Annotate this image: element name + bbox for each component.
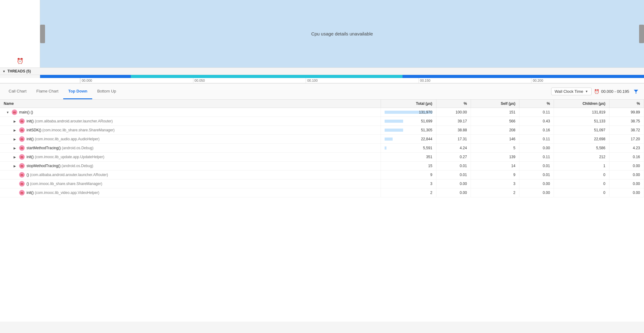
cell-children-pct: 4.23 — [609, 144, 644, 153]
method-name: main() () — [19, 110, 33, 114]
cell-children-pct: 38.72 — [609, 126, 644, 135]
method-name: () (com.alibaba.android.arouter.launcher… — [27, 173, 108, 177]
cell-children: 212 — [554, 153, 609, 162]
tab-controls: Wall Clock Time ▼ ⏰ 00.000 - 00.195 — [551, 87, 640, 96]
table-row[interactable]: m () (com.alibaba.android.arouter.launch… — [0, 171, 644, 179]
ruler-sidebar-spacer — [40, 78, 80, 83]
cell-self-pct: 0.11 — [519, 153, 554, 162]
method-name: initSDK() (com.imooc.lib_share.share.Sha… — [27, 128, 114, 132]
expand-arrow[interactable]: ▶ — [14, 155, 17, 159]
tab-bar: Call Chart Flame Chart Top Down Bottom U… — [0, 84, 644, 100]
tab-call-chart[interactable]: Call Chart — [4, 84, 31, 99]
table-container[interactable]: Name Total (μs) % Self (μs) % Children (… — [0, 100, 644, 322]
cell-total-pct: 0.01 — [436, 171, 471, 179]
expand-arrow[interactable]: ▶ — [14, 120, 17, 123]
profiling-table: Name Total (μs) % Self (μs) % Children (… — [0, 100, 644, 197]
table-row[interactable]: ▶ m init() (com.alibaba.android.arouter.… — [0, 117, 644, 126]
method-name: init() (com.alibaba.android.arouter.laun… — [27, 119, 113, 123]
table-row[interactable]: m init() (com.imooc.lib_video.app.VideoH… — [0, 188, 644, 197]
tab-top-down[interactable]: Top Down — [63, 84, 92, 99]
cell-children-pct: 17.20 — [609, 135, 644, 144]
expand-arrow[interactable]: ▶ — [14, 164, 17, 168]
total-value: 2 — [430, 191, 432, 195]
method-badge: m — [19, 145, 25, 151]
table-row[interactable]: ▶ m initSDK() (com.imooc.lib_share.share… — [0, 126, 644, 135]
cell-self: 14 — [471, 162, 519, 171]
cell-total-pct: 0.00 — [436, 179, 471, 188]
cell-self-pct: 0.43 — [519, 117, 554, 126]
cell-total: 2 — [381, 188, 436, 197]
method-badge: m — [19, 172, 25, 178]
threads-header[interactable]: ▼ THREADS (5) — [0, 68, 644, 75]
cell-total: 22,844 — [381, 135, 436, 144]
cell-children-pct: 0.00 — [609, 188, 644, 197]
table-row[interactable]: ▶ m startMethodTracing() (android.os.Deb… — [0, 144, 644, 153]
method-badge: m — [19, 136, 25, 142]
bar-segment-teal — [131, 75, 402, 78]
cell-self: 5 — [471, 144, 519, 153]
cell-self-pct: 0.01 — [519, 171, 554, 179]
bar-segment-blue — [40, 75, 131, 78]
total-value: 351 — [426, 155, 432, 159]
total-value: 15 — [428, 164, 432, 168]
header-children-pct: % — [609, 100, 644, 108]
cell-self-pct: 0.00 — [519, 144, 554, 153]
method-name: startMethodTracing() (android.os.Debug) — [27, 146, 93, 150]
table-row[interactable]: ▶ m stopMethodTracing() (android.os.Debu… — [0, 162, 644, 171]
dropdown-arrow-icon: ▼ — [585, 90, 588, 93]
total-value: 3 — [430, 182, 432, 186]
method-badge: m — [19, 190, 25, 195]
tab-flame-chart[interactable]: Flame Chart — [31, 84, 64, 99]
cell-children-pct: 0.00 — [609, 179, 644, 188]
expand-arrow[interactable]: ▶ — [14, 146, 17, 150]
cell-children: 0 — [554, 179, 609, 188]
threads-bar-main — [40, 75, 644, 78]
table-row[interactable]: ▶ m init() (com.imooc.lib_audio.app.Audi… — [0, 135, 644, 144]
cell-name: ▶ m stopMethodTracing() (android.os.Debu… — [0, 162, 381, 171]
wall-clock-label: Wall Clock Time — [555, 89, 583, 94]
ruler-mark-2: 00.100 — [306, 78, 419, 83]
method-badge: m — [19, 127, 25, 133]
time-range-value: 00.000 - 00.195 — [601, 89, 629, 94]
cell-total-pct: 4.24 — [436, 144, 471, 153]
cell-name: ▶ m initSDK() (com.imooc.lib_share.share… — [0, 126, 381, 135]
cell-self-pct: 0.16 — [519, 126, 554, 135]
cell-self: 139 — [471, 153, 519, 162]
cell-children: 51,097 — [554, 126, 609, 135]
cell-self: 146 — [471, 135, 519, 144]
cell-name: m () (com.alibaba.android.arouter.launch… — [0, 171, 381, 179]
table-row[interactable]: m () (com.imooc.lib_share.share.ShareMan… — [0, 179, 644, 188]
cell-self: 9 — [471, 171, 519, 179]
timeline-ruler: 00.000 00.050 00.100 00.150 00.200 — [0, 78, 644, 83]
expand-arrow[interactable]: ▶ — [14, 138, 17, 141]
timeline-handle-right[interactable] — [639, 25, 644, 43]
cell-self-pct: 0.00 — [519, 179, 554, 188]
expand-arrow[interactable]: ▶ — [14, 129, 17, 132]
cell-self-pct: 0.00 — [519, 188, 554, 197]
total-value: 131,970 — [419, 110, 432, 114]
threads-label: THREADS (5) — [7, 69, 31, 73]
cpu-unavailable-text: Cpu usage details unavailable — [311, 31, 373, 36]
threads-collapse-arrow[interactable]: ▼ — [2, 70, 6, 73]
threads-section: ▼ THREADS (5) 00.000 00.050 00.100 00.15… — [0, 68, 644, 84]
cell-children: 131,819 — [554, 108, 609, 117]
table-body: ▼ m main() () 131,970 100.00 151 0.11 13… — [0, 108, 644, 197]
tab-bottom-up[interactable]: Bottom Up — [92, 84, 121, 99]
cell-total: 131,970 — [381, 108, 436, 117]
cell-self: 3 — [471, 179, 519, 188]
cell-children-pct: 99.89 — [609, 108, 644, 117]
table-header: Name Total (μs) % Self (μs) % Children (… — [0, 100, 644, 108]
cell-self-pct: 0.11 — [519, 108, 554, 117]
filter-icon-svg — [633, 89, 639, 94]
wall-clock-dropdown[interactable]: Wall Clock Time ▼ — [551, 88, 592, 95]
table-row[interactable]: ▶ m init() (com.imooc.lib_update.app.Upd… — [0, 153, 644, 162]
expand-arrow[interactable]: ▼ — [6, 111, 10, 114]
cell-children-pct: 0.16 — [609, 153, 644, 162]
cpu-chart-area: Cpu usage details unavailable — [40, 0, 644, 68]
timeline-handle-left[interactable] — [40, 25, 45, 43]
method-badge: m — [19, 181, 25, 187]
cell-total: 15 — [381, 162, 436, 171]
filter-button[interactable] — [632, 87, 640, 96]
threads-bar-sidebar — [0, 75, 40, 78]
table-row[interactable]: ▼ m main() () 131,970 100.00 151 0.11 13… — [0, 108, 644, 117]
